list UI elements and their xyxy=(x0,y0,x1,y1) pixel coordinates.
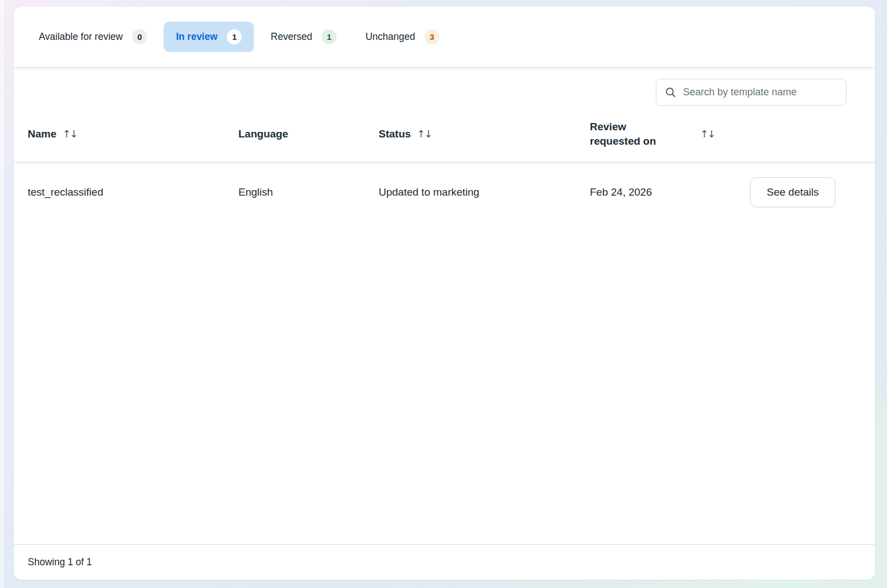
column-header-review-requested-on[interactable]: Review requested on ↑↓ xyxy=(590,120,734,148)
cell-template-name: test_reclassified xyxy=(28,186,238,198)
tab-label: Reversed xyxy=(271,31,312,43)
table-empty-area xyxy=(14,222,875,544)
sort-icon: ↑↓ xyxy=(63,128,77,140)
column-label: Status xyxy=(379,128,411,140)
tab-count-badge: 3 xyxy=(425,29,440,44)
search-input[interactable] xyxy=(683,86,838,98)
tab-unchanged[interactable]: Unchanged 3 xyxy=(353,22,452,52)
column-label: Language xyxy=(238,128,288,140)
sort-icon: ↑↓ xyxy=(417,128,431,140)
table-footer: Showing 1 of 1 xyxy=(14,544,875,580)
cell-language: English xyxy=(238,186,379,198)
column-header-status[interactable]: Status ↑↓ xyxy=(379,128,590,140)
tab-label: Available for review xyxy=(39,31,123,43)
table-header: Name ↑↓ Language Status ↑↓ Review reques… xyxy=(14,106,875,162)
templates-review-panel: Available for review 0 In review 1 Rever… xyxy=(14,7,875,580)
tab-reversed[interactable]: Reversed 1 xyxy=(258,22,349,52)
table-row: test_reclassified English Updated to mar… xyxy=(14,162,875,222)
search-icon xyxy=(665,86,676,98)
cell-status: Updated to marketing xyxy=(379,186,590,198)
tab-in-review[interactable]: In review 1 xyxy=(164,22,254,52)
tab-count-badge: 1 xyxy=(322,29,337,44)
column-header-language: Language xyxy=(238,128,379,140)
column-label: Review requested on xyxy=(590,120,674,148)
column-label: Name xyxy=(28,128,57,140)
tab-available-for-review[interactable]: Available for review 0 xyxy=(27,22,159,52)
sort-icon: ↑↓ xyxy=(700,128,715,140)
tab-label: Unchanged xyxy=(365,31,415,43)
tab-count-badge: 1 xyxy=(227,29,242,44)
see-details-button[interactable]: See details xyxy=(750,177,835,207)
column-header-name[interactable]: Name ↑↓ xyxy=(28,128,238,140)
tab-count-badge: 0 xyxy=(132,29,147,44)
row-count-summary: Showing 1 of 1 xyxy=(28,556,92,568)
tab-label: In review xyxy=(176,31,217,43)
search-box[interactable] xyxy=(656,79,847,106)
search-row xyxy=(14,68,875,106)
page-edge-strip xyxy=(0,0,4,588)
cell-review-requested-on: Feb 24, 2026 xyxy=(590,186,734,198)
review-tabs: Available for review 0 In review 1 Rever… xyxy=(14,7,875,68)
